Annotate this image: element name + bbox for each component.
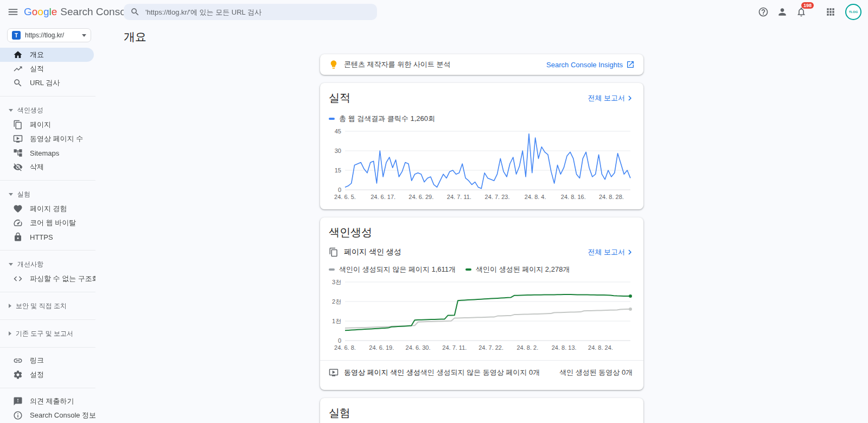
- nav-label: 코어 웹 바이탈: [30, 218, 76, 228]
- sidebar-section-legacy-tools[interactable]: 기존 도구 및 보고서: [0, 326, 95, 341]
- svg-text:24. 6. 19.: 24. 6. 19.: [369, 344, 394, 351]
- svg-text:15: 15: [335, 167, 341, 174]
- divider: [0, 347, 95, 348]
- menu-button[interactable]: [3, 2, 23, 22]
- account-settings-button[interactable]: [775, 4, 790, 20]
- performance-icon: [13, 64, 23, 74]
- indexed-legend: 색인이 생성된 페이지 2,278개: [465, 265, 570, 274]
- property-favicon: T: [12, 31, 21, 40]
- sidebar-item-links[interactable]: 링크: [0, 354, 94, 368]
- indexing-chart: 01천2천3천24. 6. 8.24. 6. 19.24. 6. 30.24. …: [329, 278, 635, 355]
- video-pages-icon: [13, 134, 23, 144]
- section-label: 색인생성: [17, 106, 43, 115]
- search-input[interactable]: [145, 8, 371, 16]
- sidebar-section-indexing[interactable]: 색인생성: [0, 102, 95, 118]
- sidebar-item-overview[interactable]: 개요: [0, 48, 94, 62]
- insights-banner: 콘텐츠 제작자를 위한 사이트 분석 Search Console Insigh…: [320, 54, 643, 75]
- sidebar-item-settings[interactable]: 설정: [0, 368, 94, 382]
- page-experience-icon: [13, 204, 23, 214]
- sidebar-section-security[interactable]: 보안 및 직접 조치: [0, 298, 95, 313]
- svg-text:24. 8. 4.: 24. 8. 4.: [525, 194, 546, 200]
- nav-label: 실적: [30, 64, 44, 74]
- home-icon: [13, 50, 23, 60]
- topbar-actions: 198 TLOG: [756, 0, 861, 24]
- info-icon: [13, 411, 23, 420]
- sidebar-item-url-inspection[interactable]: URL 검사: [0, 76, 94, 90]
- nav-label: 파싱할 수 없는 구조화된 ...: [30, 274, 95, 284]
- sidebar-item-unparsable-structured-data[interactable]: 파싱할 수 없는 구조화된 ...: [0, 272, 94, 286]
- divider: [0, 96, 95, 97]
- nav-label: 의견 제출하기: [30, 396, 74, 406]
- search-icon: [130, 7, 140, 17]
- sidebar-item-feedback[interactable]: 의견 제출하기: [0, 394, 94, 408]
- svg-text:0: 0: [338, 187, 341, 193]
- nav-label: 삭제: [30, 162, 44, 172]
- sidebar-section-enhancements[interactable]: 개선사항: [0, 257, 95, 272]
- svg-text:24. 6. 8.: 24. 6. 8.: [334, 344, 356, 351]
- sidebar-item-core-web-vitals[interactable]: 코어 웹 바이탈: [0, 216, 94, 230]
- notification-badge: 198: [801, 2, 814, 9]
- svg-text:24. 8. 13.: 24. 8. 13.: [552, 344, 577, 351]
- nav-label: HTTPS: [30, 233, 53, 241]
- indexing-card: 색인생성 페이지 색인 생성 전체 보고서 색인이 생성되지 않은 페이지 1,…: [320, 217, 643, 390]
- svg-text:45: 45: [335, 128, 341, 134]
- feedback-icon: [13, 396, 23, 406]
- google-apps-button[interactable]: [823, 4, 838, 20]
- app-logo: Google Search Console: [24, 6, 134, 18]
- legend-dash-blue: [329, 118, 335, 120]
- performance-chart: 015304524. 6. 5.24. 6. 17.24. 6. 29.24. …: [329, 127, 635, 204]
- svg-text:24. 8. 2.: 24. 8. 2.: [517, 344, 539, 351]
- svg-text:2천: 2천: [332, 298, 341, 305]
- nav-label: Search Console 정보: [30, 411, 95, 420]
- svg-text:0: 0: [338, 337, 341, 344]
- video-indexing-label: 동영상 페이지 색인 생성: [344, 368, 420, 377]
- links-icon: [13, 356, 23, 366]
- svg-text:24. 6. 30.: 24. 6. 30.: [406, 344, 431, 351]
- performance-legend-row: 총 웹 검색결과 클릭수 1,260회: [329, 114, 635, 124]
- video-pages-icon: [329, 368, 339, 377]
- sidebar-section-experience[interactable]: 실험: [0, 187, 95, 202]
- nav-label: 페이지 경험: [30, 204, 67, 214]
- section-label: 보안 및 직접 조치: [16, 302, 67, 311]
- avatar-text: TLOG: [849, 10, 858, 14]
- sidebar-item-sitemaps[interactable]: Sitemaps: [0, 146, 94, 160]
- structured-data-icon: [13, 274, 23, 284]
- indexing-full-report-link[interactable]: 전체 보고서: [588, 247, 635, 257]
- help-icon: [758, 7, 769, 17]
- video-indexed-stat: 색인 생성된 동영상 0개: [559, 368, 633, 377]
- sidebar-item-removals[interactable]: 삭제: [0, 160, 94, 174]
- sidebar-item-page-experience[interactable]: 페이지 경험: [0, 202, 94, 216]
- sidebar-item-about[interactable]: Search Console 정보: [0, 408, 94, 422]
- insights-link[interactable]: Search Console Insights: [546, 60, 635, 69]
- property-label: https://tlog.kr/: [25, 31, 82, 39]
- svg-text:24. 6. 5.: 24. 6. 5.: [334, 194, 356, 200]
- url-inspection-searchbox[interactable]: [124, 4, 377, 20]
- divider: [0, 388, 95, 388]
- indexing-title: 색인생성: [329, 225, 372, 240]
- performance-card-header: 실적 전체 보고서: [329, 91, 635, 105]
- pages-icon: [329, 247, 339, 257]
- report-link-label: 전체 보고서: [588, 93, 625, 103]
- help-button[interactable]: [756, 4, 771, 20]
- nav-label: 개요: [30, 50, 44, 60]
- sidebar-item-video-pages[interactable]: 동영상 페이지 수: [0, 132, 94, 146]
- legend-label: 총 웹 검색결과 클릭수 1,260회: [339, 114, 435, 124]
- sidebar-item-https[interactable]: HTTPS: [0, 230, 94, 244]
- indexing-card-header: 색인생성: [329, 225, 635, 240]
- divider: [0, 250, 95, 251]
- nav-label: URL 검사: [30, 78, 60, 88]
- divider: [0, 292, 95, 292]
- property-selector[interactable]: T https://tlog.kr/: [7, 28, 91, 42]
- sidebar: T https://tlog.kr/ 개요 실적 URL 검사 색인생성 페이지…: [0, 24, 95, 423]
- sidebar-item-pages[interactable]: 페이지: [0, 118, 94, 132]
- video-indexing-row[interactable]: 동영상 페이지 색인 생성 색인 생성되지 않은 동영상 페이지 0개 색인 생…: [329, 361, 635, 384]
- report-link-label: 전체 보고서: [588, 247, 625, 257]
- legend-label: 색인이 생성되지 않은 페이지 1,611개: [339, 265, 456, 274]
- performance-full-report-link[interactable]: 전체 보고서: [588, 93, 635, 103]
- account-avatar[interactable]: TLOG: [845, 4, 861, 20]
- expand-arrow-icon: [9, 304, 11, 308]
- logo-suffix: Search Console: [60, 6, 133, 18]
- not-indexed-legend: 색인이 생성되지 않은 페이지 1,611개: [329, 265, 456, 274]
- notifications-button[interactable]: 198: [794, 4, 809, 20]
- sidebar-item-performance[interactable]: 실적: [0, 62, 94, 76]
